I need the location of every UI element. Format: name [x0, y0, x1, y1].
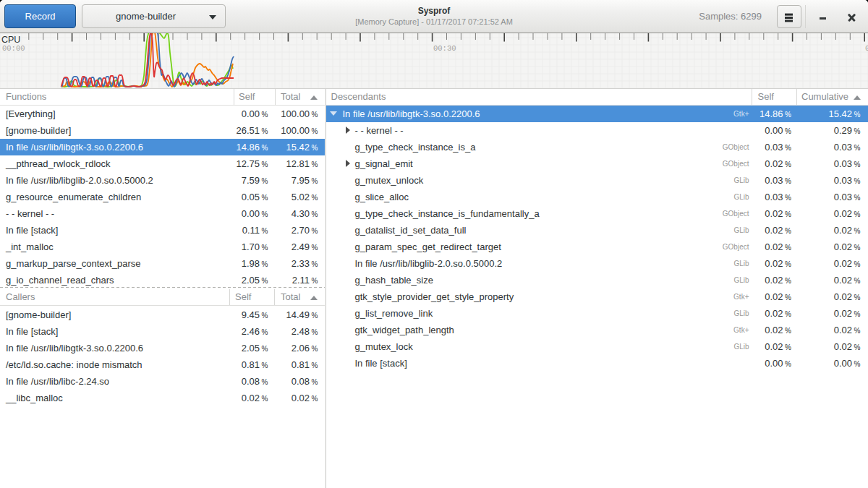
svg-text:00:30: 00:30 [433, 44, 456, 53]
svg-text:01:00: 01:00 [865, 44, 868, 53]
svg-text:00:00: 00:00 [2, 44, 25, 53]
